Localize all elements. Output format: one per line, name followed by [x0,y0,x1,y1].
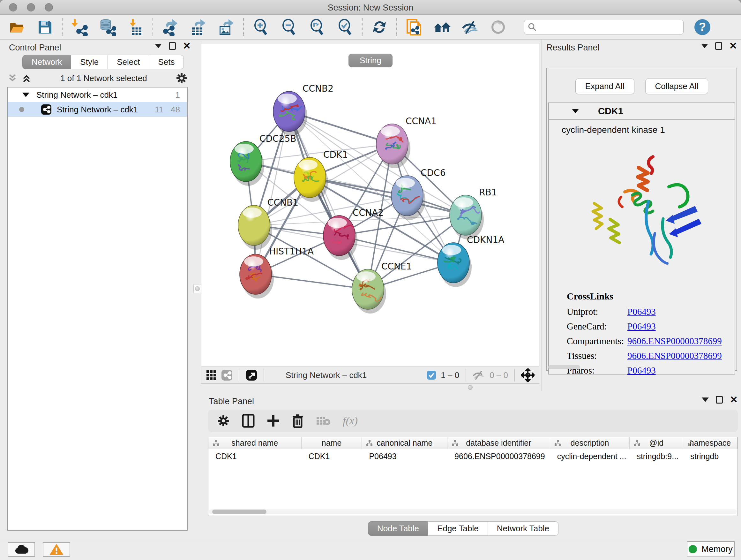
table-row[interactable]: CDK1CDK1P064939606.ENSP00000378699cyclin… [208,449,738,463]
table-cell[interactable]: CDK1 [208,449,301,463]
pan-crosshair-icon[interactable] [521,368,535,382]
network-row[interactable]: String Network – cdk1 11 48 [8,102,187,117]
cloud-status-button[interactable] [8,542,35,557]
column-header-description[interactable]: description [550,437,630,449]
network-node-cdkn1a[interactable]: CDKN1A [437,235,504,287]
apply-layout-button[interactable] [371,18,388,36]
crosslink-link[interactable]: 9606.ENSP00000378699 [627,334,722,348]
help-icon: ? [699,20,706,34]
control-panel-float-icon[interactable] [169,42,176,50]
table-cell[interactable]: cyclin-dependent ... [550,449,630,463]
network-node-rb1[interactable]: RB1 [450,187,497,240]
zoom-fit-button[interactable] [308,18,326,36]
tab-string[interactable]: String [348,54,393,67]
column-header-namespace[interactable]: namespace [683,437,738,449]
hidden-eye-slash-icon [472,370,485,380]
collection-expander-icon[interactable] [22,92,29,97]
export-network-button[interactable] [161,18,179,36]
tab-node-table[interactable]: Node Table [368,521,428,536]
crosslink-link[interactable]: P06493 [627,319,656,334]
table-panel-menu-icon[interactable] [702,397,709,402]
network-graph[interactable]: CCNB2CCNA1CDC25BCDK1CDC6RB1CCNB1CCNA2CDK… [201,44,539,366]
network-canvas[interactable]: CCNB2CCNA1CDC25BCDK1CDC6RB1CCNB1CCNA2CDK… [201,43,539,367]
open-in-window-icon[interactable] [246,369,257,381]
network-node-ccna1[interactable]: CCNA1 [376,116,436,168]
network-node-cdc25b[interactable]: CDC25B [230,133,296,186]
column-header-name[interactable]: name [301,437,362,449]
section-expander-icon[interactable] [572,109,579,113]
table-hscrollbar[interactable] [209,509,737,514]
open-session-button[interactable] [8,18,25,36]
expand-all-button[interactable]: Expand All [576,78,634,94]
toolbar-search[interactable] [524,20,684,35]
export-image-button[interactable] [218,18,235,36]
memory-button[interactable]: Memory [687,541,735,557]
selected-checkbox-icon[interactable] [427,370,436,380]
column-header-canonical-name[interactable]: canonical name [362,437,448,449]
delete-column-icon[interactable] [292,414,304,428]
collapse-all-icon[interactable] [7,73,18,84]
tab-edge-table[interactable]: Edge Table [428,521,488,536]
column-header-shared-name[interactable]: shared name [208,437,301,449]
zoom-out-button[interactable] [280,18,297,36]
column-network-icon [366,440,373,446]
network-node-ccne1[interactable]: CCNE1 [352,261,412,314]
crosslink-link[interactable]: 9606.ENSP00000378699 [627,348,722,363]
help-button[interactable]: ? [694,19,711,35]
collapse-all-button[interactable]: Collapse All [645,78,709,94]
node-table: shared namenamecanonical namedatabase id… [208,437,738,516]
table-options-gear-icon[interactable] [217,415,230,427]
bottom-splitter-grip[interactable] [468,385,473,390]
table-cell[interactable]: P06493 [362,449,448,463]
table-panel-float-icon[interactable] [716,396,723,403]
control-panel-menu-icon[interactable] [155,44,162,48]
zoom-in-button[interactable] [252,18,269,36]
table-cell[interactable]: CDK1 [301,449,362,463]
import-table-button[interactable] [127,18,144,36]
table-cell[interactable]: stringdb:9... [630,449,683,463]
network-collection-row[interactable]: String Network – cdk1 1 [8,87,187,102]
import-network-file-button[interactable] [71,18,88,36]
table-panel-title: Table Panel [209,396,254,407]
expand-all-icon[interactable] [21,73,32,84]
network-edge[interactable] [289,111,368,289]
show-all-button[interactable] [489,18,507,36]
network-overview-icon[interactable] [221,369,232,381]
birdseye-grid-icon[interactable] [206,370,217,381]
network-node-cdk1[interactable]: CDK1 [294,149,348,202]
results-panel-close-icon[interactable]: ✕ [729,42,737,50]
crosslink-link[interactable]: P06493 [627,304,656,319]
results-hscrollbar[interactable] [548,365,580,369]
collection-title: String Network – cdk1 [37,90,118,100]
results-panel-float-icon[interactable] [715,42,722,50]
add-column-icon[interactable] [267,415,280,427]
network-options-gear-icon[interactable] [176,72,188,84]
network-node-hist1h1a[interactable]: HIST1H1A [240,246,314,299]
network-node-ccnb2[interactable]: CCNB2 [273,83,333,136]
search-input[interactable] [537,23,677,32]
show-columns-icon[interactable] [242,414,255,428]
control-panel-close-icon[interactable]: ✕ [183,42,191,50]
results-panel-menu-icon[interactable] [701,44,708,48]
left-splitter-grip[interactable] [193,284,201,293]
network-node-cdc6[interactable]: CDC6 [391,168,446,220]
warnings-button[interactable] [43,542,70,557]
hide-selected-button[interactable] [461,18,479,36]
cdk1-section-header[interactable]: CDK1 [549,103,735,120]
column-header--id[interactable]: @id [630,437,683,449]
import-network-database-button[interactable] [99,18,116,36]
column-header-database-identifier[interactable]: database identifier [448,437,550,449]
table-cell[interactable]: stringdb [683,449,738,463]
table-cell[interactable]: 9606.ENSP00000378699 [448,449,550,463]
tab-network-table[interactable]: Network Table [488,521,558,536]
table-hscrollbar-thumb[interactable] [212,509,266,514]
import-network-icon [71,18,88,36]
crosslink-link[interactable]: P06493 [627,363,656,378]
home-button[interactable] [433,18,451,36]
export-table-button[interactable] [190,18,207,36]
zoom-selected-button[interactable] [336,18,354,36]
clone-network-button[interactable] [405,18,422,36]
node-label: CDC25B [259,133,296,144]
table-panel-close-icon[interactable]: ✕ [730,396,738,403]
save-session-button[interactable] [37,18,54,36]
